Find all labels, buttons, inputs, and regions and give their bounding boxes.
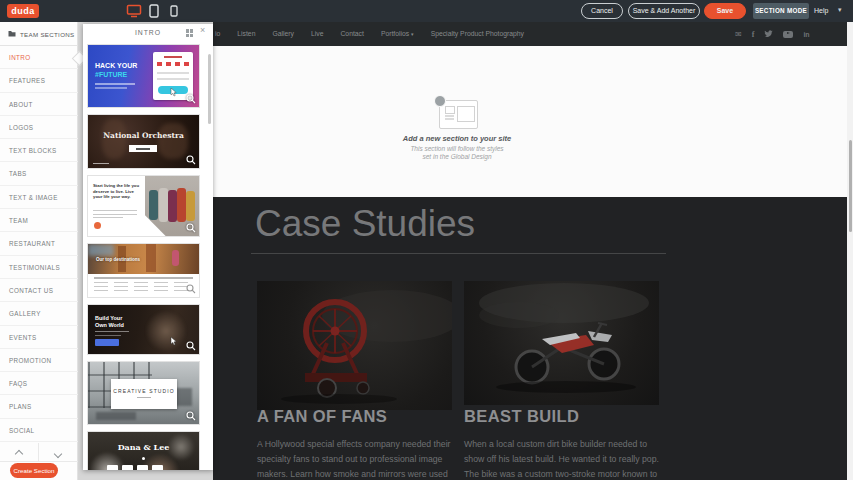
scroll-down-button[interactable] <box>39 443 77 461</box>
intro-sections-panel: INTRO × HACK YOUR #FUTURE <box>83 24 213 470</box>
sidebar-item-tabs[interactable]: TABS <box>0 162 78 185</box>
zoom-icon[interactable] <box>186 223 196 233</box>
sidebar-item-restaurant[interactable]: RESTAURANT <box>0 232 78 255</box>
case-text-fan: A Hollywood special effects company need… <box>257 437 457 480</box>
thumb-own-world[interactable]: Build Your Own World <box>87 304 200 355</box>
sidebar-item-team[interactable]: TEAM <box>0 209 78 232</box>
nav-item-clipped[interactable]: io <box>215 22 220 46</box>
thumb7-countdown-box <box>152 465 163 470</box>
nav-item-portfolios[interactable]: Portfolios ▾ <box>381 22 414 46</box>
duda-logo[interactable]: duda <box>7 4 39 18</box>
thumb5-button <box>95 339 119 346</box>
add-section-sub2: set in the Global Design <box>357 153 557 160</box>
zoom-icon[interactable] <box>186 341 196 351</box>
site-navbar: io Listen Gallery Live Contact Portfolio… <box>213 22 847 46</box>
mail-icon[interactable]: ✉ <box>735 30 742 39</box>
sidebar-header: TEAM SECTIONS <box>0 22 78 46</box>
case-title-beast: BEAST BUILD <box>464 407 579 426</box>
sidebar-item-text-blocks[interactable]: TEXT BLOCKS <box>0 139 78 162</box>
case-image-bike[interactable] <box>464 281 659 405</box>
nav-item-contact[interactable]: Contact <box>340 22 363 46</box>
twitter-icon[interactable] <box>764 30 773 38</box>
thumb2-title: National Orchestra <box>88 131 199 140</box>
sidebar-item-gallery[interactable]: GALLERY <box>0 302 78 325</box>
main-scrollbar-thumb[interactable] <box>849 140 852 232</box>
cancel-button[interactable]: Cancel <box>581 3 623 19</box>
zoom-icon[interactable] <box>186 155 196 165</box>
scroll-up-button[interactable] <box>0 443 39 461</box>
thumb-live-your-way[interactable]: Start living the life you deserve to liv… <box>87 175 200 237</box>
section-mode-badge: SECTION MODE <box>753 3 809 19</box>
panel-close-icon[interactable]: × <box>200 25 205 35</box>
zoom-icon[interactable] <box>186 94 196 104</box>
thumb-national-orchestra[interactable]: National Orchestra <box>87 114 200 169</box>
sidebar-item-intro[interactable]: INTRO <box>0 46 78 69</box>
section-heading: Case Studies <box>255 203 475 245</box>
thumb4-table <box>94 277 193 295</box>
mobile-device-icon[interactable] <box>170 5 178 17</box>
nav-item-gallery[interactable]: Gallery <box>272 22 294 46</box>
sidebar-item-social[interactable]: SOCIAL <box>0 419 78 442</box>
thumb7-countdown-box <box>137 465 148 470</box>
thumb1-signup-card <box>153 52 193 100</box>
thumb7-title: Dana & Lee <box>88 442 199 452</box>
help-caret-down-icon[interactable]: ▾ <box>838 6 842 14</box>
add-section-sub1: This section will follow the styles <box>357 145 557 152</box>
sidebar-item-faqs[interactable]: FAQS <box>0 372 78 395</box>
thumb3-button <box>94 222 101 229</box>
thumb-dana-lee[interactable]: Dana & Lee <box>87 431 200 470</box>
nav-item-listen[interactable]: Listen <box>237 22 255 46</box>
sidebar-item-plans[interactable]: PLANS <box>0 395 78 418</box>
top-toolbar: duda Cancel Save & Add Another Save SECT… <box>0 0 853 22</box>
grid-view-icon[interactable] <box>186 29 194 37</box>
facebook-icon[interactable]: f <box>752 30 755 39</box>
thumb2-button <box>129 145 157 152</box>
panel-scrollbar[interactable] <box>208 54 211 124</box>
thumb4-photo: Our top destinations <box>88 244 199 274</box>
sidebar-item-contact-us[interactable]: CONTACT US <box>0 279 78 302</box>
case-title-fan: A FAN OF FANS <box>257 407 387 426</box>
save-button[interactable]: Save <box>704 3 746 19</box>
youtube-icon[interactable] <box>783 31 793 38</box>
heading-divider <box>251 253 666 254</box>
nav-item-live[interactable]: Live <box>311 22 323 46</box>
thumb7-countdown-box <box>122 465 133 470</box>
cursor-icon <box>170 337 177 346</box>
thumb-top-destinations[interactable]: Our top destinations <box>87 243 200 298</box>
sidebar-item-about[interactable]: ABOUT <box>0 93 78 116</box>
portfolios-caret-down-icon: ▾ <box>411 31 414 37</box>
chevron-up-icon <box>15 450 23 458</box>
tablet-device-icon[interactable] <box>149 4 159 18</box>
create-section-button[interactable]: Create Section <box>10 463 58 478</box>
main-scrollbar-track[interactable] <box>847 22 853 480</box>
sidebar-item-testimonials[interactable]: TESTIMONIALS <box>0 256 78 279</box>
add-section-zone[interactable]: Add a new section to your site This sect… <box>213 46 847 197</box>
sidebar-header-label: TEAM SECTIONS <box>20 31 74 38</box>
save-add-another-button[interactable]: Save & Add Another <box>628 3 700 19</box>
zoom-icon[interactable] <box>186 411 196 421</box>
sidebar-item-text-image[interactable]: TEXT & IMAGE <box>0 186 78 209</box>
thumb4-title: Our top destinations <box>96 257 140 262</box>
nav-item-specialty[interactable]: Specialty Product Photography <box>431 22 524 46</box>
thumb1-subtitle: #FUTURE <box>95 71 127 78</box>
sidebar-item-logos[interactable]: LOGOS <box>0 116 78 139</box>
linkedin-icon[interactable]: in <box>803 31 809 38</box>
sidebar-items: INTRO FEATURES ABOUT LOGOS TEXT BLOCKS T… <box>0 46 78 442</box>
site-social-icons: ✉ f in <box>735 22 810 46</box>
case-image-fan[interactable] <box>257 281 452 410</box>
thumb6-title: CREATIVE STUDIO <box>111 388 177 394</box>
sidebar-item-promotion[interactable]: PROMOTION <box>0 349 78 372</box>
thumb-creative-studio[interactable]: CREATIVE STUDIO <box>87 361 200 425</box>
case-studies-section: Case Studies <box>213 197 847 480</box>
app-window: duda Cancel Save & Add Another Save SECT… <box>0 0 853 480</box>
desktop-device-icon[interactable] <box>126 4 142 18</box>
zoom-icon[interactable] <box>186 284 196 294</box>
sidebar-item-features[interactable]: FEATURES <box>0 69 78 92</box>
section-placeholder-icon <box>439 100 478 129</box>
chevron-down-icon <box>54 450 62 458</box>
thumbnail-list: HACK YOUR #FUTURE <box>87 44 205 470</box>
help-menu[interactable]: Help <box>814 7 828 14</box>
folder-icon <box>8 30 16 37</box>
sidebar-item-events[interactable]: EVENTS <box>0 326 78 349</box>
thumb-hack-your-future[interactable]: HACK YOUR #FUTURE <box>87 44 200 108</box>
